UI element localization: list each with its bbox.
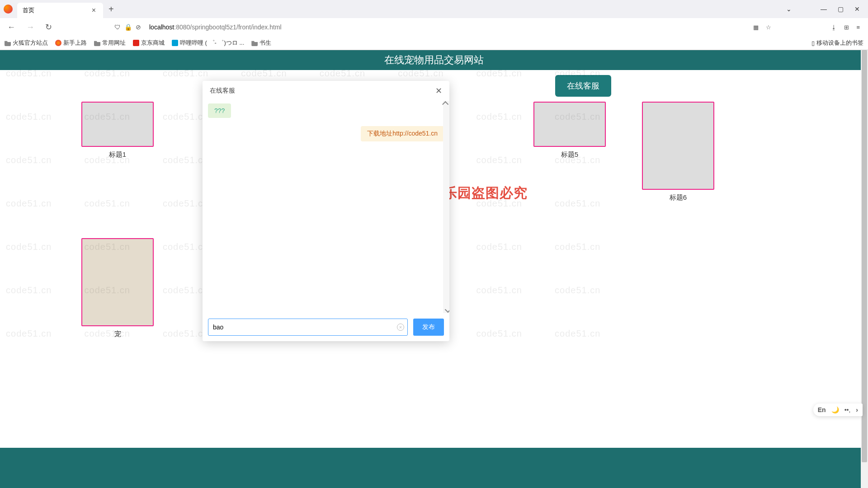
bookmark-star-icon[interactable]: ☆ — [766, 24, 771, 31]
product-title: 标题1 — [109, 150, 126, 159]
maximize-icon[interactable]: ▢ — [838, 5, 844, 13]
tab-bar: 首页 × + ⌄ — ▢ ✕ — [0, 0, 868, 18]
product-title: 标题5 — [561, 150, 578, 159]
bookmark-label: 新手上路 — [63, 39, 87, 47]
mobile-icon: ▯ — [811, 40, 815, 47]
minimize-icon[interactable]: — — [821, 5, 827, 13]
mobile-bookmarks[interactable]: ▯ 移动设备上的书签 — [811, 39, 863, 47]
downloads-icon[interactable]: ⭳ — [831, 24, 837, 31]
product-image — [81, 102, 154, 147]
bilibili-favicon-icon — [172, 40, 178, 46]
modal-header: 在线客服 ✕ — [203, 81, 449, 101]
product-card[interactable]: 宠 — [81, 238, 154, 338]
modal-scrollbar[interactable] — [443, 101, 449, 313]
product-image — [533, 102, 606, 147]
bookmark-item[interactable]: 火狐官方站点 — [5, 39, 48, 47]
bookmark-label: 哔哩哔哩 ( ゜- ゜)つロ ... — [180, 39, 244, 47]
ime-punct-icon[interactable]: ••, — [844, 406, 851, 413]
tabs-dropdown-icon[interactable]: ⌄ — [786, 5, 792, 13]
chat-modal: 在线客服 ✕ ??? 下载地址http://code51.cn × 发布 — [203, 81, 449, 341]
ime-moon-icon[interactable]: 🌙 — [831, 406, 839, 413]
bookmark-item[interactable]: 京东商城 — [133, 39, 165, 47]
ime-lang[interactable]: En — [818, 406, 826, 413]
product-card[interactable]: 标题1 — [81, 102, 154, 202]
chat-message-outgoing: 下载地址http://code51.cn — [361, 126, 444, 141]
site-header: 在线宠物用品交易网站 — [0, 50, 868, 70]
nav-right-icons: ▦ ☆ ⭳ ⊞ ≡ — [753, 24, 863, 31]
bookmark-item[interactable]: 新手上路 — [55, 39, 87, 47]
folder-icon — [94, 40, 100, 46]
ime-floating-bar[interactable]: En 🌙 ••, › — [813, 404, 863, 416]
modal-close-icon[interactable]: ✕ — [435, 86, 442, 96]
address-host: localhost — [149, 23, 174, 31]
bookmark-label: 京东商城 — [141, 39, 165, 47]
address-outer: 🛡 🔒 ⊘ localhost:8080/springbootql5z1/fro… — [114, 20, 748, 34]
product-image — [81, 238, 154, 326]
address-path: /springbootql5z1/front/index.html — [190, 23, 281, 31]
menu-icon[interactable]: ≡ — [856, 24, 860, 31]
product-title: 标题6 — [670, 193, 687, 202]
folder-icon — [251, 40, 258, 46]
product-card[interactable]: 标题6 — [642, 102, 714, 202]
extensions-icon[interactable]: ⊞ — [844, 24, 849, 31]
product-title: 宠 — [114, 330, 121, 338]
browser-chrome: 首页 × + ⌄ — ▢ ✕ ← → ↻ 🛡 🔒 ⊘ localhost:808… — [0, 0, 868, 50]
jd-favicon-icon — [133, 40, 139, 46]
tab-close-icon[interactable]: × — [90, 6, 98, 14]
firefox-icon — [4, 5, 13, 14]
chat-message-incoming: ??? — [208, 103, 231, 118]
forward-icon: → — [24, 21, 37, 34]
site-footer — [0, 448, 861, 488]
lock-icon[interactable]: 🔒 — [124, 23, 132, 31]
bookmark-label: 火狐官方站点 — [13, 39, 48, 47]
nav-bar: ← → ↻ 🛡 🔒 ⊘ localhost:8080/springbootql5… — [0, 18, 868, 36]
bookmark-item[interactable]: 常用网址 — [94, 39, 126, 47]
product-image — [642, 102, 714, 190]
page-scrollbar[interactable] — [861, 50, 868, 488]
firefox-favicon-icon — [55, 40, 61, 46]
shield-icon[interactable]: 🛡 — [114, 23, 121, 31]
address-port: :8080 — [174, 23, 190, 31]
qr-icon[interactable]: ▦ — [753, 24, 759, 31]
reload-icon[interactable]: ↻ — [42, 20, 55, 34]
modal-footer: × 发布 — [203, 313, 449, 341]
folder-icon — [5, 40, 11, 46]
permissions-icon[interactable]: ⊘ — [136, 23, 141, 31]
close-window-icon[interactable]: ✕ — [854, 5, 860, 13]
address-bar[interactable]: localhost:8080/springbootql5z1/front/ind… — [145, 20, 748, 34]
online-service-button[interactable]: 在线客服 — [555, 75, 611, 97]
bookmark-label: 书生 — [259, 39, 271, 47]
ime-expand-icon[interactable]: › — [856, 406, 858, 413]
bookmark-item[interactable]: 书生 — [251, 39, 271, 47]
browser-tab[interactable]: 首页 × — [17, 3, 103, 18]
bookmark-label: 常用网址 — [102, 39, 126, 47]
bookmark-item[interactable]: 哔哩哔哩 ( ゜- ゜)つロ ... — [172, 39, 244, 47]
clear-input-icon[interactable]: × — [397, 324, 404, 331]
window-controls: ⌄ — ▢ ✕ — [786, 5, 868, 13]
new-tab-button[interactable]: + — [103, 4, 119, 14]
site-title: 在线宠物用品交易网站 — [384, 53, 484, 67]
page-content: 在线宠物用品交易网站 首页 商 在线客服 标题1 标题5 标题6 宠 code5… — [0, 50, 868, 488]
mobile-bookmarks-label: 移动设备上的书签 — [816, 39, 863, 47]
chat-input[interactable] — [208, 319, 408, 336]
chat-input-wrap: × — [208, 319, 408, 336]
back-icon[interactable]: ← — [5, 21, 18, 34]
product-card[interactable]: 标题5 — [533, 102, 606, 202]
bookmarks-bar: 火狐官方站点 新手上路 常用网址 京东商城 哔哩哔哩 ( ゜- ゜)つロ ...… — [0, 36, 868, 50]
modal-title: 在线客服 — [210, 87, 435, 95]
chat-body: ??? 下载地址http://code51.cn — [203, 101, 449, 313]
tab-title: 首页 — [23, 6, 90, 14]
send-button[interactable]: 发布 — [413, 319, 444, 336]
